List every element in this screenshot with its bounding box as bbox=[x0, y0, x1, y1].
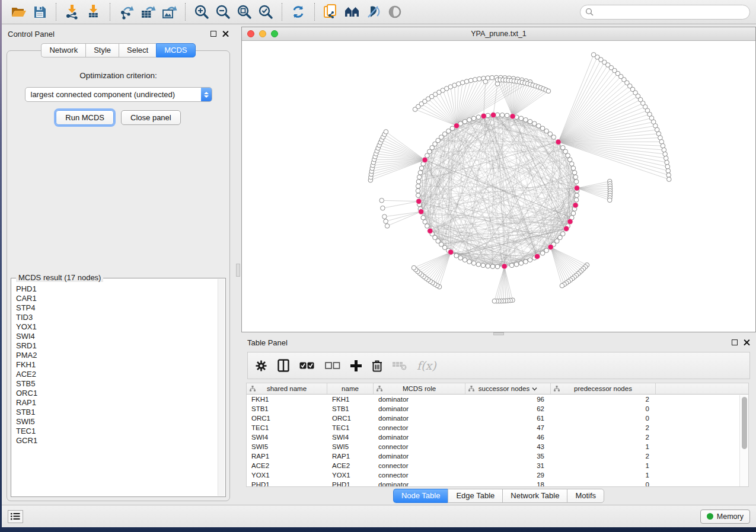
float-panel-icon[interactable] bbox=[210, 31, 216, 37]
close-panel-icon[interactable] bbox=[222, 31, 229, 37]
mcds-result-item[interactable]: GCR1 bbox=[14, 436, 217, 446]
hide-details-icon[interactable] bbox=[363, 2, 384, 21]
table-row[interactable]: ORC1ORC1dominator610 bbox=[247, 414, 748, 423]
tab-mcds[interactable]: MCDS bbox=[156, 43, 195, 57]
table-row[interactable]: SWI4SWI4dominator462 bbox=[247, 432, 748, 442]
network-canvas[interactable] bbox=[242, 41, 755, 332]
column-header-mcds-role[interactable]: MCDS role bbox=[374, 383, 465, 394]
mcds-result-item[interactable]: STP4 bbox=[14, 303, 217, 313]
tab-network[interactable]: Network bbox=[41, 43, 85, 57]
show-details-icon[interactable] bbox=[384, 2, 406, 21]
dominator-node[interactable] bbox=[567, 219, 573, 224]
column-header-name[interactable]: name bbox=[327, 383, 374, 394]
scrollbar-thumb[interactable] bbox=[742, 397, 747, 449]
dominator-node[interactable] bbox=[502, 264, 507, 269]
horizontal-splitter[interactable] bbox=[241, 332, 756, 335]
mcds-result-item[interactable]: ORC1 bbox=[14, 389, 217, 398]
run-mcds-button[interactable]: Run MCDS bbox=[56, 110, 114, 125]
dominator-node[interactable] bbox=[510, 114, 515, 119]
mcds-result-item[interactable]: CAR1 bbox=[14, 294, 217, 303]
table-tab-motifs[interactable]: Motifs bbox=[567, 489, 604, 503]
dominator-node[interactable] bbox=[574, 185, 579, 191]
import-table-icon[interactable] bbox=[83, 2, 104, 21]
mcds-result-item[interactable]: PHD1 bbox=[14, 284, 217, 294]
dominator-node[interactable] bbox=[548, 245, 553, 250]
import-network-icon[interactable] bbox=[62, 2, 83, 21]
table-row[interactable]: FKH1FKH1dominator962 bbox=[247, 395, 748, 404]
mcds-result-item[interactable]: PMA2 bbox=[14, 351, 217, 360]
mcds-result-item[interactable]: SWI5 bbox=[14, 417, 217, 427]
dominator-node[interactable] bbox=[416, 198, 422, 204]
table-tab-edge-table[interactable]: Edge Table bbox=[448, 489, 502, 503]
column-header-shared-name[interactable]: shared name bbox=[247, 383, 327, 394]
deselect-all-icon[interactable] bbox=[325, 361, 340, 370]
table-scrollbar[interactable] bbox=[739, 395, 748, 486]
mcds-result-item[interactable]: YOX1 bbox=[14, 322, 217, 332]
table-tab-node-table[interactable]: Node Table bbox=[393, 489, 448, 503]
dominator-node[interactable] bbox=[563, 226, 569, 231]
mcds-result-item[interactable]: ACE2 bbox=[14, 370, 217, 379]
splitter-grip[interactable] bbox=[493, 332, 504, 335]
table-row[interactable]: PHD1PHD1dominator180 bbox=[247, 480, 748, 487]
mcds-result-item[interactable]: FKH1 bbox=[14, 360, 217, 370]
table-row[interactable]: RAP1RAP1dominator352 bbox=[247, 451, 748, 461]
dominator-node[interactable] bbox=[534, 254, 540, 259]
save-icon[interactable] bbox=[29, 2, 50, 21]
delete-column-icon[interactable] bbox=[372, 360, 382, 372]
select-all-icon[interactable] bbox=[299, 361, 315, 370]
dominator-node[interactable] bbox=[490, 113, 496, 118]
zoom-in-icon[interactable] bbox=[191, 2, 212, 21]
dominator-node[interactable] bbox=[428, 228, 433, 233]
dominator-node[interactable] bbox=[419, 209, 424, 214]
tab-select[interactable]: Select bbox=[119, 43, 156, 57]
optimization-criterion-select[interactable]: largest connected component (undirected) bbox=[25, 87, 212, 102]
mcds-result-item[interactable]: TID3 bbox=[14, 313, 217, 322]
export-table-icon[interactable] bbox=[137, 2, 158, 21]
table-row[interactable]: YOX1YOX1connector291 bbox=[247, 470, 748, 480]
mcds-result-item[interactable]: STB1 bbox=[14, 408, 217, 417]
mcds-result-item[interactable]: RAP1 bbox=[14, 398, 217, 408]
table-row[interactable]: ACE2ACE2connector311 bbox=[247, 461, 748, 470]
search-network-icon[interactable] bbox=[342, 2, 363, 21]
search-input[interactable] bbox=[596, 8, 745, 16]
dominator-node[interactable] bbox=[556, 139, 561, 145]
mcds-list-scrollbar[interactable] bbox=[218, 279, 225, 496]
network-window-titlebar[interactable]: YPA_prune.txt_1 bbox=[242, 27, 755, 41]
float-panel-icon[interactable] bbox=[732, 339, 738, 345]
network-from-file-icon[interactable] bbox=[320, 2, 342, 21]
memory-button[interactable]: Memory bbox=[700, 509, 750, 524]
zoom-out-icon[interactable] bbox=[212, 2, 234, 21]
dominator-node[interactable] bbox=[422, 157, 428, 162]
zoom-selected-icon[interactable] bbox=[255, 2, 276, 21]
mcds-result-list[interactable]: PHD1CAR1STP4TID3YOX1SWI4SRD1PMA2FKH1ACE2… bbox=[14, 284, 217, 495]
column-header-successor-nodes[interactable]: successor nodes bbox=[465, 383, 551, 394]
splitter-grip[interactable] bbox=[236, 264, 240, 277]
mcds-result-item[interactable]: SWI4 bbox=[14, 332, 217, 341]
column-header-predecessor-nodes[interactable]: predecessor nodes bbox=[551, 383, 656, 394]
zoom-fit-icon[interactable] bbox=[234, 2, 255, 21]
table-row[interactable]: STB1STB1dominator620 bbox=[247, 404, 748, 414]
table-tab-network-table[interactable]: Network Table bbox=[502, 489, 567, 503]
mcds-result-item[interactable]: TEC1 bbox=[14, 427, 217, 436]
table-row[interactable]: TEC1TEC1connector472 bbox=[247, 423, 748, 432]
close-panel-icon[interactable] bbox=[744, 339, 750, 346]
vertical-splitter[interactable] bbox=[235, 24, 241, 505]
show-columns-icon[interactable] bbox=[277, 359, 289, 372]
close-panel-button[interactable]: Close panel bbox=[121, 110, 181, 125]
export-image-icon[interactable] bbox=[158, 2, 180, 21]
dominator-node[interactable] bbox=[573, 203, 578, 208]
dominator-node[interactable] bbox=[454, 123, 459, 129]
tab-style[interactable]: Style bbox=[85, 43, 119, 57]
mcds-result-item[interactable]: SRD1 bbox=[14, 341, 217, 351]
global-search-field[interactable] bbox=[580, 5, 750, 20]
refresh-view-icon[interactable] bbox=[288, 2, 309, 21]
open-file-icon[interactable] bbox=[8, 2, 29, 21]
dominator-node[interactable] bbox=[481, 113, 486, 118]
add-column-icon[interactable] bbox=[350, 360, 362, 371]
table-row[interactable]: SWI5SWI5connector431 bbox=[247, 442, 748, 451]
mcds-result-item[interactable]: STB5 bbox=[14, 379, 217, 389]
network-graph[interactable] bbox=[242, 41, 755, 332]
show-task-history-button[interactable] bbox=[8, 510, 23, 523]
table-settings-icon[interactable] bbox=[255, 360, 267, 372]
export-network-icon[interactable] bbox=[116, 2, 137, 21]
